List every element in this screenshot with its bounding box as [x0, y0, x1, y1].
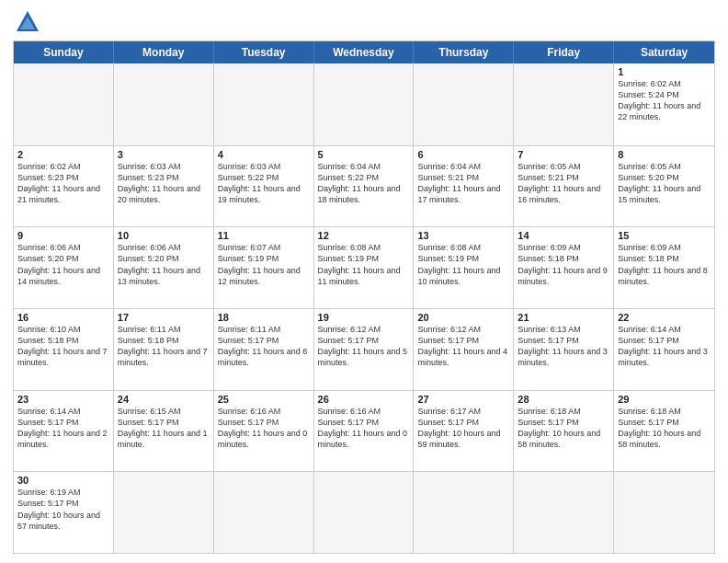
day-number: 1 — [618, 66, 711, 77]
cal-cell — [514, 472, 614, 553]
day-number: 28 — [518, 394, 609, 405]
cal-cell: 3Sunrise: 6:03 AM Sunset: 5:23 PM Daylig… — [114, 146, 214, 227]
cal-cell — [114, 472, 214, 553]
cal-cell — [214, 63, 314, 145]
cal-cell: 11Sunrise: 6:07 AM Sunset: 5:19 PM Dayli… — [214, 227, 314, 308]
cell-info: Sunrise: 6:16 AM Sunset: 5:17 PM Dayligh… — [218, 406, 310, 451]
day-number: 4 — [218, 149, 310, 160]
cell-info: Sunrise: 6:06 AM Sunset: 5:20 PM Dayligh… — [118, 242, 210, 287]
cal-cell: 12Sunrise: 6:08 AM Sunset: 5:19 PM Dayli… — [314, 227, 415, 308]
cell-info: Sunrise: 6:16 AM Sunset: 5:17 PM Dayligh… — [318, 406, 410, 451]
cal-cell: 16Sunrise: 6:10 AM Sunset: 5:18 PM Dayli… — [14, 309, 114, 390]
cell-info: Sunrise: 6:11 AM Sunset: 5:17 PM Dayligh… — [218, 324, 310, 369]
cal-cell: 9Sunrise: 6:06 AM Sunset: 5:20 PM Daylig… — [14, 227, 114, 308]
cell-info: Sunrise: 6:12 AM Sunset: 5:17 PM Dayligh… — [417, 324, 509, 369]
cell-info: Sunrise: 6:03 AM Sunset: 5:22 PM Dayligh… — [218, 161, 310, 206]
cell-info: Sunrise: 6:09 AM Sunset: 5:18 PM Dayligh… — [618, 242, 711, 287]
cal-cell: 13Sunrise: 6:08 AM Sunset: 5:19 PM Dayli… — [414, 227, 514, 308]
cal-cell — [414, 63, 514, 145]
cell-info: Sunrise: 6:15 AM Sunset: 5:17 PM Dayligh… — [118, 406, 210, 451]
day-number: 30 — [17, 475, 109, 486]
day-number: 17 — [118, 312, 210, 323]
cell-info: Sunrise: 6:03 AM Sunset: 5:23 PM Dayligh… — [118, 161, 210, 206]
cell-info: Sunrise: 6:19 AM Sunset: 5:17 PM Dayligh… — [17, 487, 109, 532]
day-number: 25 — [218, 394, 310, 405]
day-number: 15 — [618, 230, 711, 241]
cell-info: Sunrise: 6:04 AM Sunset: 5:22 PM Dayligh… — [318, 161, 410, 206]
cal-cell: 23Sunrise: 6:14 AM Sunset: 5:17 PM Dayli… — [14, 391, 114, 472]
day-header: Thursday — [414, 41, 514, 63]
day-number: 5 — [318, 149, 410, 160]
cal-cell: 30Sunrise: 6:19 AM Sunset: 5:17 PM Dayli… — [14, 472, 114, 553]
cal-cell: 29Sunrise: 6:18 AM Sunset: 5:17 PM Dayli… — [614, 391, 714, 472]
day-number: 11 — [218, 230, 310, 241]
cal-cell — [414, 472, 514, 553]
cell-info: Sunrise: 6:09 AM Sunset: 5:18 PM Dayligh… — [518, 242, 609, 287]
day-number: 22 — [618, 312, 711, 323]
day-number: 6 — [417, 149, 509, 160]
cal-cell: 28Sunrise: 6:18 AM Sunset: 5:17 PM Dayli… — [514, 391, 614, 472]
cal-cell — [514, 63, 614, 145]
day-number: 23 — [17, 394, 109, 405]
cell-info: Sunrise: 6:11 AM Sunset: 5:18 PM Dayligh… — [118, 324, 210, 369]
cell-info: Sunrise: 6:04 AM Sunset: 5:21 PM Dayligh… — [417, 161, 509, 206]
day-header: Sunday — [14, 41, 114, 63]
cell-info: Sunrise: 6:08 AM Sunset: 5:19 PM Dayligh… — [417, 242, 509, 287]
cal-cell: 1Sunrise: 6:02 AM Sunset: 5:24 PM Daylig… — [614, 63, 714, 145]
day-header: Saturday — [614, 41, 714, 63]
day-header: Friday — [514, 41, 614, 63]
day-header: Monday — [114, 41, 214, 63]
day-header: Wednesday — [314, 41, 415, 63]
cell-info: Sunrise: 6:18 AM Sunset: 5:17 PM Dayligh… — [518, 406, 609, 451]
day-number: 16 — [17, 312, 109, 323]
cal-cell: 22Sunrise: 6:14 AM Sunset: 5:17 PM Dayli… — [614, 309, 714, 390]
day-number: 2 — [17, 149, 109, 160]
day-number: 9 — [17, 230, 109, 241]
cell-info: Sunrise: 6:02 AM Sunset: 5:24 PM Dayligh… — [618, 78, 711, 123]
cal-row: 30Sunrise: 6:19 AM Sunset: 5:17 PM Dayli… — [14, 471, 714, 553]
cal-cell — [214, 472, 314, 553]
header — [13, 9, 715, 35]
cal-row: 9Sunrise: 6:06 AM Sunset: 5:20 PM Daylig… — [14, 226, 714, 308]
cal-row: 23Sunrise: 6:14 AM Sunset: 5:17 PM Dayli… — [14, 390, 714, 472]
day-number: 29 — [618, 394, 711, 405]
cal-cell — [314, 472, 415, 553]
cal-cell: 14Sunrise: 6:09 AM Sunset: 5:18 PM Dayli… — [514, 227, 614, 308]
cell-info: Sunrise: 6:14 AM Sunset: 5:17 PM Dayligh… — [618, 324, 711, 369]
cal-cell: 5Sunrise: 6:04 AM Sunset: 5:22 PM Daylig… — [314, 146, 415, 227]
cal-cell — [114, 63, 214, 145]
cell-info: Sunrise: 6:17 AM Sunset: 5:17 PM Dayligh… — [417, 406, 509, 451]
day-number: 7 — [518, 149, 609, 160]
day-number: 20 — [417, 312, 509, 323]
cal-cell: 4Sunrise: 6:03 AM Sunset: 5:22 PM Daylig… — [214, 146, 314, 227]
day-number: 13 — [417, 230, 509, 241]
cal-row: 1Sunrise: 6:02 AM Sunset: 5:24 PM Daylig… — [14, 63, 714, 145]
day-headers: SundayMondayTuesdayWednesdayThursdayFrid… — [14, 41, 714, 63]
cal-cell: 27Sunrise: 6:17 AM Sunset: 5:17 PM Dayli… — [414, 391, 514, 472]
cal-cell: 10Sunrise: 6:06 AM Sunset: 5:20 PM Dayli… — [114, 227, 214, 308]
cal-cell — [14, 63, 114, 145]
day-number: 14 — [518, 230, 609, 241]
cal-row: 2Sunrise: 6:02 AM Sunset: 5:23 PM Daylig… — [14, 145, 714, 227]
day-number: 10 — [118, 230, 210, 241]
cal-cell: 18Sunrise: 6:11 AM Sunset: 5:17 PM Dayli… — [214, 309, 314, 390]
cal-cell: 17Sunrise: 6:11 AM Sunset: 5:18 PM Dayli… — [114, 309, 214, 390]
cell-info: Sunrise: 6:18 AM Sunset: 5:17 PM Dayligh… — [618, 406, 711, 451]
day-number: 27 — [417, 394, 509, 405]
cell-info: Sunrise: 6:08 AM Sunset: 5:19 PM Dayligh… — [318, 242, 410, 287]
cal-cell: 2Sunrise: 6:02 AM Sunset: 5:23 PM Daylig… — [14, 146, 114, 227]
cell-info: Sunrise: 6:12 AM Sunset: 5:17 PM Dayligh… — [318, 324, 410, 369]
day-header: Tuesday — [214, 41, 314, 63]
day-number: 8 — [618, 149, 711, 160]
cal-cell: 19Sunrise: 6:12 AM Sunset: 5:17 PM Dayli… — [314, 309, 415, 390]
cal-cell: 25Sunrise: 6:16 AM Sunset: 5:17 PM Dayli… — [214, 391, 314, 472]
cell-info: Sunrise: 6:10 AM Sunset: 5:18 PM Dayligh… — [17, 324, 109, 369]
cal-cell: 20Sunrise: 6:12 AM Sunset: 5:17 PM Dayli… — [414, 309, 514, 390]
cal-cell: 24Sunrise: 6:15 AM Sunset: 5:17 PM Dayli… — [114, 391, 214, 472]
day-number: 3 — [118, 149, 210, 160]
page: SundayMondayTuesdayWednesdayThursdayFrid… — [0, 0, 728, 563]
day-number: 24 — [118, 394, 210, 405]
calendar: SundayMondayTuesdayWednesdayThursdayFrid… — [13, 40, 715, 554]
day-number: 18 — [218, 312, 310, 323]
cal-row: 16Sunrise: 6:10 AM Sunset: 5:18 PM Dayli… — [14, 308, 714, 390]
